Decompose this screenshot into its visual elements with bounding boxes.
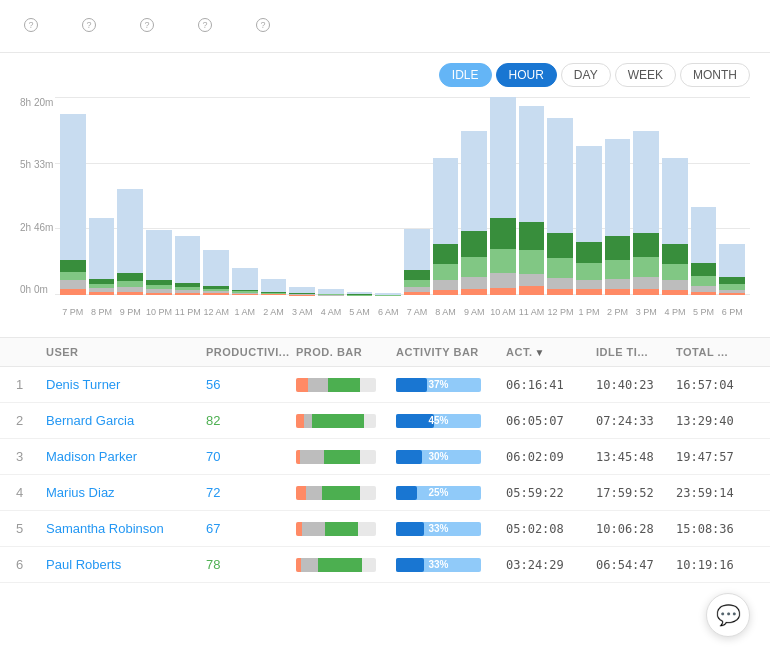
chat-button[interactable]: 💬 [706, 593, 750, 637]
x-label: 5 PM [691, 307, 717, 317]
prod-bar-cell [296, 450, 396, 464]
prod-bar-cell [296, 414, 396, 428]
bar-group[interactable] [519, 97, 545, 295]
th-act-time[interactable]: ACT. ▼ [506, 346, 596, 358]
bar-group[interactable] [375, 97, 401, 295]
bar-group[interactable] [347, 97, 373, 295]
bar-group[interactable] [318, 97, 344, 295]
table-row: 3 Madison Parker 70 30% 06:02:09 13:45:4… [0, 439, 770, 475]
active-time-help-icon[interactable]: ? [82, 18, 96, 32]
bar-group[interactable] [175, 97, 201, 295]
bar-group[interactable] [232, 97, 258, 295]
total-time-cell: 10:19:16 [676, 558, 756, 572]
table-body: 1 Denis Turner 56 37% 06:16:41 10:40:23 … [0, 367, 770, 583]
user-name-link[interactable]: Madison Parker [46, 449, 206, 464]
bar-group[interactable] [203, 97, 229, 295]
x-label: 7 AM [404, 307, 430, 317]
toggle-idle-btn[interactable]: IDLE [439, 63, 492, 87]
user-name-link[interactable]: Marius Diaz [46, 485, 206, 500]
idle-time-help-icon[interactable]: ? [198, 18, 212, 32]
x-label: 2 AM [261, 307, 287, 317]
total-time-cell: 16:57:04 [676, 378, 756, 392]
bar-group[interactable] [60, 97, 86, 295]
productivity-score-cell: 67 [206, 521, 296, 536]
bar-group[interactable] [691, 97, 717, 295]
table-section: USER PRODUCTIVI... PROD. BAR ACTIVITY BA… [0, 337, 770, 583]
bar-group[interactable] [117, 97, 143, 295]
chart-area: 8h 20m 5h 33m 2h 46m 0h 0m [20, 97, 750, 317]
bar-group[interactable] [719, 97, 745, 295]
bar-group[interactable] [404, 97, 430, 295]
bar-group[interactable] [662, 97, 688, 295]
bar-group[interactable] [547, 97, 573, 295]
prod-bar-cell [296, 522, 396, 536]
productivity-score-cell: 56 [206, 377, 296, 392]
bar-group[interactable] [261, 97, 287, 295]
productivity-score-cell: 82 [206, 413, 296, 428]
productivity-help-icon[interactable]: ? [24, 18, 38, 32]
bar-group[interactable] [576, 97, 602, 295]
table-row: 2 Bernard Garcia 82 45% 06:05:07 07:24:3… [0, 403, 770, 439]
toggle-week-btn[interactable]: WEEK [615, 63, 676, 87]
th-activity-bar: ACTIVITY BAR [396, 346, 506, 358]
user-name-link[interactable]: Samantha Robinson [46, 521, 206, 536]
productivity-score-cell: 78 [206, 557, 296, 572]
total-time-cell: 13:29:40 [676, 414, 756, 428]
x-label: 11 PM [175, 307, 201, 317]
user-name-link[interactable]: Bernard Garcia [46, 413, 206, 428]
activity-ratio-help-icon[interactable]: ? [140, 18, 154, 32]
stat-active-time: ? [78, 18, 96, 36]
active-time-cell: 03:24:29 [506, 558, 596, 572]
bar-group[interactable] [289, 97, 315, 295]
bar-group[interactable] [461, 97, 487, 295]
activity-bar-cell: 45% [396, 414, 506, 428]
bar-group[interactable] [490, 97, 516, 295]
bar-group[interactable] [433, 97, 459, 295]
chart-controls: IDLE HOUR DAY WEEK MONTH [20, 63, 750, 87]
user-name-link[interactable]: Denis Turner [46, 377, 206, 392]
stat-productivity-label: ? [20, 18, 38, 32]
x-label: 11 AM [519, 307, 545, 317]
total-time-cell: 19:47:57 [676, 450, 756, 464]
stat-activity-ratio-label: ? [136, 18, 154, 32]
activity-bar-cell: 33% [396, 522, 506, 536]
activity-bar-cell: 37% [396, 378, 506, 392]
prod-bar-cell [296, 558, 396, 572]
productivity-score-cell: 70 [206, 449, 296, 464]
y-label-mid: 5h 33m [20, 159, 53, 170]
y-label-bottom: 0h 0m [20, 284, 53, 295]
row-number: 5 [16, 521, 46, 536]
idle-time-cell: 10:06:28 [596, 522, 676, 536]
total-time-cell: 23:59:14 [676, 486, 756, 500]
x-label: 12 PM [547, 307, 573, 317]
x-label: 4 PM [662, 307, 688, 317]
total-time-help-icon[interactable]: ? [256, 18, 270, 32]
bar-group[interactable] [633, 97, 659, 295]
bar-group[interactable] [605, 97, 631, 295]
bar-group[interactable] [146, 97, 172, 295]
y-label-top: 8h 20m [20, 97, 53, 108]
x-label: 5 AM [347, 307, 373, 317]
x-label: 3 PM [633, 307, 659, 317]
toggle-day-btn[interactable]: DAY [561, 63, 611, 87]
x-label: 6 AM [375, 307, 401, 317]
activity-bar-cell: 33% [396, 558, 506, 572]
x-label: 12 AM [203, 307, 229, 317]
bar-group[interactable] [89, 97, 115, 295]
x-label: 10 PM [146, 307, 172, 317]
user-name-link[interactable]: Paul Roberts [46, 557, 206, 572]
toggle-month-btn[interactable]: MONTH [680, 63, 750, 87]
stat-total-time-label: ? [252, 18, 270, 32]
row-number: 6 [16, 557, 46, 572]
th-productivity: PRODUCTIVI... [206, 346, 296, 358]
stat-productivity-score: ? [20, 18, 38, 36]
y-label-low: 2h 46m [20, 222, 53, 233]
active-time-cell: 06:02:09 [506, 450, 596, 464]
toggle-hour-btn[interactable]: HOUR [496, 63, 557, 87]
chart-section: IDLE HOUR DAY WEEK MONTH 8h 20m 5h 33m 2… [0, 53, 770, 327]
stat-active-time-label: ? [78, 18, 96, 32]
row-number: 3 [16, 449, 46, 464]
x-label: 1 AM [232, 307, 258, 317]
idle-time-cell: 13:45:48 [596, 450, 676, 464]
stat-activity-ratio: ? [136, 18, 154, 36]
